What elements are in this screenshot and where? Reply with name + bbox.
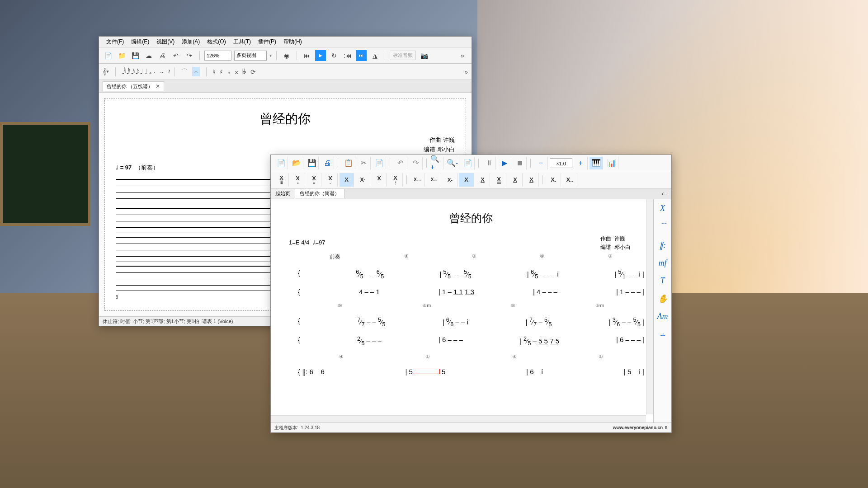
flip-icon[interactable]: ⟳ [250,68,256,75]
note-xplain-icon[interactable]: X [459,173,474,187]
jianpu-window: 📄 📂 💾 🖨 📋 ✂ 📄 ↶ ↷ 🔍+ 🔍- 📄 ⏸ ▶ ⏹ − ×1.0 +… [270,155,672,433]
open-folder-icon[interactable]: 📁 [116,50,127,61]
save-icon[interactable]: 💾 [130,50,141,61]
note-x3-icon[interactable]: X= [307,173,321,187]
note-xdash2-icon[interactable]: X-- [427,173,441,187]
natural-icon[interactable]: ♮ [213,68,215,75]
menu-format[interactable]: 格式(O) [203,38,229,46]
camera-icon[interactable]: 📷 [419,50,429,61]
pause-icon[interactable]: ⏸ [482,157,496,169]
note-xdotdot-icon[interactable]: X.. [563,173,577,187]
undo-icon[interactable]: ↶ [170,50,181,61]
horizontal-scrollbar[interactable] [271,415,646,422]
sb-chord-icon[interactable]: Am [657,312,668,321]
tab-start[interactable]: 起始页 [271,189,295,198]
speed-input[interactable]: ×1.0 [550,158,572,168]
note-xdash3-icon[interactable]: X--- [410,173,425,187]
sb-dynamics-icon[interactable]: mf [659,258,667,268]
jianpu-canvas[interactable]: 曾经的你 1=E 4/4 ♩=97 作曲 许巍 编谱 邓小白 前奏 ④ ① ④ … [271,199,671,422]
note-x1-icon[interactable]: X≣ [274,173,289,187]
overflow-icon[interactable]: » [457,50,468,61]
menu-edit[interactable]: 编辑(E) [127,38,153,46]
tab-title: 曾经的你 （五线谱） [107,83,153,90]
sb-tie-icon[interactable]: ⌒ [659,221,667,232]
stop-icon[interactable]: ⏹ [513,157,527,169]
loop-start-icon[interactable]: :⏮ [342,50,353,61]
sharp-icon[interactable]: ♯ [220,68,223,75]
redo-icon[interactable]: ↷ [184,50,195,61]
cloud-icon[interactable]: ☁ [143,50,154,61]
copy-icon[interactable]: 📋 [342,157,355,169]
view-mode-select[interactable]: 多页视图 [234,51,267,61]
sb-fingering-icon[interactable]: ✋ [658,294,668,304]
paste-icon[interactable]: 📄 [373,157,386,169]
new-file-icon[interactable]: 📄 [103,50,113,61]
chord-row-3: ④ ① ④ ① [289,354,653,360]
vertical-scrollbar[interactable] [646,199,653,414]
note-double-dot-icon[interactable]: ·· [160,68,164,75]
tab-score[interactable]: 曾经的你（简谱） [295,189,344,198]
speed-plus-icon[interactable]: + [574,157,588,169]
keyboard-view-icon[interactable]: 🎹 [590,157,603,169]
cut-icon[interactable]: ✂ [357,157,371,169]
note-dot-icon[interactable]: · [154,68,156,75]
flat-icon[interactable]: ♭ [227,68,231,75]
save-icon[interactable]: 💾 [305,157,319,169]
note-mode-icon[interactable]: 𝄞▾ [103,68,109,75]
open-folder-icon[interactable]: 📂 [290,157,303,169]
note-x8-icon[interactable]: X⋮ [388,173,403,187]
zoom-in-icon[interactable]: 🔍+ [430,157,444,169]
menu-help[interactable]: 帮助(H) [280,38,306,46]
note-x7-icon[interactable]: X: [372,173,387,187]
note-xdash1-icon[interactable]: X- [443,173,458,187]
note-x2-icon[interactable]: X≡ [291,173,305,187]
double-sharp-icon[interactable]: 𝄪 [235,68,238,75]
note-xu1-icon[interactable]: X [476,173,490,187]
menu-add[interactable]: 添加(A) [178,38,203,46]
equalizer-icon[interactable]: 📊 [605,157,618,169]
note-xu2-icon[interactable]: X [492,173,506,187]
note-x5-icon[interactable]: X [340,173,354,187]
audio-label[interactable]: 标准音频 [390,51,416,60]
loop-icon[interactable]: ↻ [329,50,340,61]
loop-end-button[interactable]: ⏭ [356,50,367,61]
sb-barline-icon[interactable]: ‖: [659,240,666,250]
note-xdot-icon[interactable]: X. [547,173,561,187]
slur-icon[interactable]: ⌢ [192,67,200,76]
note-xu3-icon[interactable]: X [508,173,523,187]
zoom-out-icon[interactable]: 🔍- [446,157,459,169]
note-x4-icon[interactable]: X- [323,173,338,187]
globe-icon[interactable]: ◉ [281,50,292,61]
speed-minus-icon[interactable]: − [534,157,548,169]
undo-icon[interactable]: ↶ [394,157,407,169]
menu-plugins[interactable]: 插件(P) [255,38,280,46]
sb-layout-icon[interactable]: ⫠ [659,329,667,339]
jianpu-line-2-top: { 7⁄7 – – 5⁄5 | 6⁄6 – – i̇ | 7⁄7 – 5⁄5 |… [289,317,653,328]
metronome-icon[interactable]: ◮ [369,50,380,61]
page-icon[interactable]: 📄 [461,157,475,169]
zoom-input[interactable]: 126% [204,51,231,61]
overflow-notes-icon[interactable]: » [464,68,468,75]
rewind-icon[interactable]: ⏮ [302,50,312,61]
note-x6-icon[interactable]: X· [356,173,370,187]
sb-accidental-icon[interactable]: X [660,204,665,213]
menu-view[interactable]: 视图(V) [153,38,178,46]
print-icon[interactable]: 🖨 [157,50,168,61]
key-signature: 1=E 4/4 ♩=97 [289,239,653,246]
double-flat-icon[interactable]: 𝄫 [242,68,246,75]
redo-icon[interactable]: ↷ [409,157,423,169]
play-button[interactable]: ▶ [315,50,326,61]
print-icon[interactable]: 🖨 [321,157,334,169]
note-xu4-icon[interactable]: X [524,173,539,187]
tie-icon[interactable]: ⌒ [181,68,188,76]
close-icon[interactable]: ✕ [156,83,160,89]
chord-row-2: ⑤ ⑥m ⑤ ⑥m [289,303,653,309]
new-file-icon[interactable]: 📄 [274,157,288,169]
document-tab[interactable]: 曾经的你 （五线谱） ✕ [103,81,164,91]
back-arrow-icon[interactable]: 🡐 [658,190,671,197]
play-icon[interactable]: ▶ [498,157,511,169]
menu-file[interactable]: 文件(F) [103,38,127,46]
jianpu-note-toolbar: X≣ X≡ X= X- X X· X: X⋮ X--- X-- X- X X X… [271,171,671,188]
sb-text-icon[interactable]: T [660,276,665,286]
menu-tools[interactable]: 工具(T) [230,38,255,46]
